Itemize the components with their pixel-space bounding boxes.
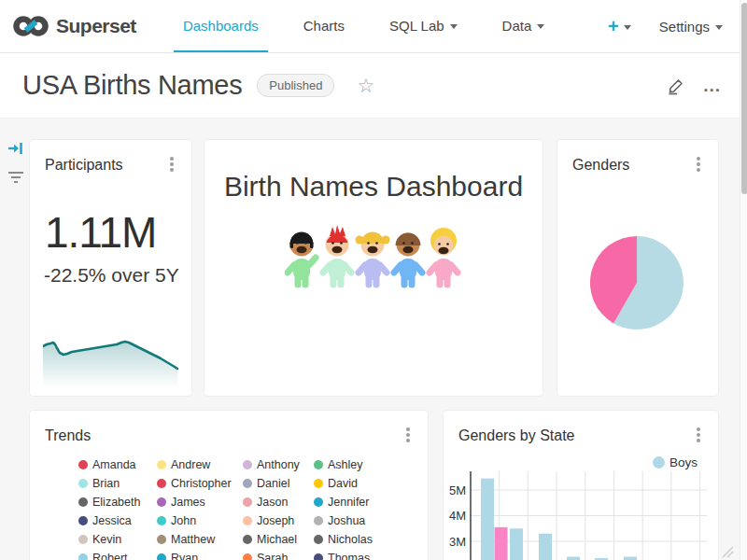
filter-list-icon[interactable] bbox=[7, 170, 24, 185]
participants-card: Participants 1.11M -22.5% over 5Y bbox=[30, 140, 191, 396]
legend-item-ashley[interactable]: Ashley bbox=[314, 455, 373, 474]
legend-label: Thomas bbox=[328, 552, 370, 560]
nav-item-sql-lab[interactable]: SQL Lab bbox=[380, 0, 467, 52]
legend-item-jason[interactable]: Jason bbox=[243, 493, 314, 511]
legend-label: Amanda bbox=[92, 458, 136, 471]
edit-pencil-icon[interactable] bbox=[666, 76, 686, 96]
nav-item-label: Charts bbox=[303, 18, 345, 34]
legend-item-ryan[interactable]: Ryan bbox=[157, 549, 243, 560]
nav-item-label: SQL Lab bbox=[389, 18, 444, 34]
legend-dot-icon bbox=[314, 479, 323, 488]
legend-label: Andrew bbox=[171, 458, 210, 471]
legend-item-robert[interactable]: Robert bbox=[78, 549, 157, 560]
page-title: USA Births Names bbox=[22, 70, 242, 101]
legend-item-jessica[interactable]: Jessica bbox=[78, 511, 157, 530]
resize-handle-icon[interactable] bbox=[717, 541, 734, 558]
legend-item-sarah[interactable]: Sarah bbox=[243, 549, 314, 560]
legend-item-john[interactable]: John bbox=[157, 511, 243, 530]
infinity-logo-icon bbox=[13, 14, 49, 38]
kebab-menu-icon[interactable] bbox=[165, 157, 178, 174]
legend-item-christopher[interactable]: Christopher bbox=[157, 474, 243, 493]
legend-item-elizabeth[interactable]: Elizabeth bbox=[78, 493, 157, 511]
legend-dot-icon bbox=[78, 535, 88, 544]
legend-item-michael[interactable]: Michael bbox=[243, 530, 314, 549]
svg-text:5M: 5M bbox=[449, 483, 466, 497]
kpi-delta: -22.5% over 5Y bbox=[44, 264, 179, 287]
kebab-menu-icon[interactable] bbox=[402, 427, 415, 444]
legend-dot-icon bbox=[314, 516, 323, 525]
settings-label: Settings bbox=[659, 19, 710, 35]
legend-dot-icon bbox=[78, 460, 88, 469]
trends-card: Trends AmandaAndrewAnthonyAshleyBrianChr… bbox=[30, 411, 428, 560]
legend-label: David bbox=[328, 477, 358, 490]
kpi-value: 1.11M bbox=[45, 207, 156, 258]
legend-item-amanda[interactable]: Amanda bbox=[78, 455, 157, 474]
published-badge[interactable]: Published bbox=[257, 74, 334, 97]
superset-logo[interactable]: Superset bbox=[0, 0, 149, 52]
legend-dot-icon bbox=[243, 553, 252, 560]
card-title: Trends bbox=[45, 427, 91, 444]
legend-dot-icon bbox=[314, 553, 323, 560]
legend-dot-icon bbox=[157, 553, 166, 560]
nav-item-data[interactable]: Data bbox=[493, 0, 555, 52]
scrollbar-track[interactable] bbox=[740, 0, 747, 560]
legend-item-andrew[interactable]: Andrew bbox=[157, 455, 243, 474]
legend-label: Christopher bbox=[171, 477, 232, 490]
legend-dot-icon bbox=[78, 479, 88, 488]
legend-label: Michael bbox=[257, 533, 297, 546]
legend-label: James bbox=[171, 496, 205, 509]
legend-label: John bbox=[171, 514, 196, 527]
legend-label: Sarah bbox=[257, 552, 288, 560]
expand-filter-bar-icon[interactable] bbox=[7, 141, 24, 156]
nav-item-charts[interactable]: Charts bbox=[294, 0, 354, 52]
genders-pie-chart bbox=[557, 140, 718, 399]
legend-dot-icon bbox=[157, 497, 166, 507]
nav-item-label: Data bbox=[502, 18, 532, 34]
markdown-heading: Birth Names Dashboard bbox=[204, 171, 543, 203]
trends-legend: AmandaAndrewAnthonyAshleyBrianChristophe… bbox=[78, 455, 373, 560]
scrollbar-thumb[interactable] bbox=[741, 3, 747, 194]
legend-item-kevin[interactable]: Kevin bbox=[78, 530, 157, 549]
legend-dot-icon bbox=[314, 535, 323, 544]
legend-dot-icon bbox=[314, 460, 323, 469]
settings-menu[interactable]: Settings bbox=[659, 19, 723, 35]
legend-dot-icon bbox=[314, 497, 323, 507]
chevron-down-icon bbox=[537, 24, 544, 29]
nav-item-label: Dashboards bbox=[183, 18, 259, 34]
participants-sparkline-chart bbox=[43, 314, 178, 394]
legend-dot-icon bbox=[78, 497, 88, 507]
legend-label: Nicholas bbox=[328, 533, 373, 546]
legend-dot-icon bbox=[243, 516, 252, 525]
legend-item-matthew[interactable]: Matthew bbox=[157, 530, 243, 549]
chevron-down-icon bbox=[624, 25, 631, 30]
legend-item-daniel[interactable]: Daniel bbox=[243, 474, 314, 493]
legend-label: Brian bbox=[92, 477, 120, 490]
legend-item-jennifer[interactable]: Jennifer bbox=[314, 493, 373, 511]
legend-item-david[interactable]: David bbox=[314, 474, 373, 493]
legend-item-joshua[interactable]: Joshua bbox=[314, 511, 373, 530]
legend-item-thomas[interactable]: Thomas bbox=[314, 549, 373, 560]
legend-label: Matthew bbox=[171, 533, 215, 546]
nav-item-dashboards[interactable]: Dashboards bbox=[174, 0, 268, 52]
legend-dot-icon bbox=[243, 479, 252, 488]
legend-dot-icon bbox=[78, 516, 88, 525]
legend-label: Joseph bbox=[257, 514, 294, 527]
legend-label: Joshua bbox=[328, 514, 365, 527]
legend-item-anthony[interactable]: Anthony bbox=[243, 455, 314, 474]
legend-label: Jessica bbox=[92, 514, 132, 527]
genders-by-state-bar-chart: 5M4M3M bbox=[444, 411, 718, 560]
legend-item-james[interactable]: James bbox=[157, 493, 243, 511]
svg-text:4M: 4M bbox=[449, 509, 466, 523]
legend-dot-icon bbox=[157, 460, 166, 469]
overflow-menu[interactable]: ... bbox=[703, 81, 721, 91]
legend-item-nicholas[interactable]: Nicholas bbox=[314, 530, 373, 549]
legend-label: Jason bbox=[257, 496, 288, 509]
legend-dot-icon bbox=[243, 535, 252, 544]
legend-item-brian[interactable]: Brian bbox=[78, 474, 157, 493]
new-item-button[interactable]: + bbox=[608, 16, 631, 37]
genders-by-state-card: Genders by State Boys 5M4M3M bbox=[444, 411, 718, 560]
favorite-star-icon[interactable]: ☆ bbox=[357, 75, 374, 97]
dashboard-header: USA Births Names Published ☆ ... bbox=[0, 53, 747, 119]
nav-right: + Settings bbox=[608, 0, 747, 52]
legend-item-joseph[interactable]: Joseph bbox=[243, 511, 314, 530]
